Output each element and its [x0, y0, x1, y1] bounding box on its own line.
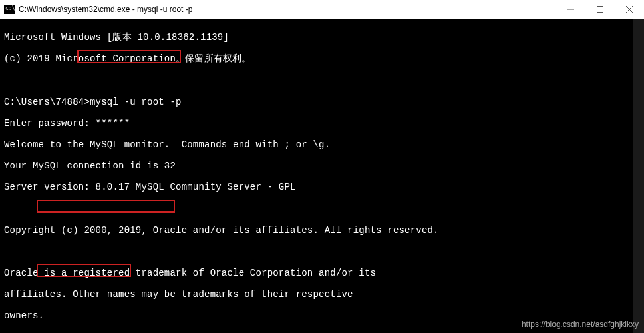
terminal-output[interactable]: Microsoft Windows [版本 10.0.18362.1139] (…	[0, 19, 644, 333]
window-title: C:\Windows\system32\cmd.exe - mysql -u r…	[19, 5, 192, 14]
close-button[interactable]	[615, 0, 644, 19]
cmd-icon	[4, 5, 15, 14]
output-line: (c) 2019 Microsoft Corporation。保留所有权利。	[4, 53, 640, 64]
output-line	[4, 204, 640, 214]
window-titlebar: C:\Windows\system32\cmd.exe - mysql -u r…	[0, 0, 644, 19]
maximize-button[interactable]	[585, 0, 615, 19]
output-line	[4, 246, 640, 257]
vertical-scrollbar[interactable]	[633, 19, 644, 333]
output-line: Your MySQL connection id is 32	[4, 161, 640, 171]
titlebar-left: C:\Windows\system32\cmd.exe - mysql -u r…	[4, 5, 192, 14]
output-line: Microsoft Windows [版本 10.0.18362.1139]	[4, 32, 640, 43]
svg-rect-1	[597, 7, 603, 13]
prompt-line: C:\Users\74884>mysql -u root -p	[4, 97, 640, 107]
output-line: Copyright (c) 2000, 2019, Oracle and/or …	[4, 225, 640, 236]
watermark-url: https://blog.csdn.net/asdfghjklkxy	[522, 320, 639, 329]
output-line: affiliates. Other names may be trademark…	[4, 289, 640, 300]
output-line: Oracle is a registered trademark of Orac…	[4, 268, 640, 278]
output-line	[4, 75, 640, 85]
output-line: Server version: 8.0.17 MySQL Community S…	[4, 182, 640, 192]
output-line: Welcome to the MySQL monitor. Commands e…	[4, 139, 640, 150]
output-line: Enter password: ******	[4, 118, 640, 129]
minimize-button[interactable]	[556, 0, 585, 19]
window-controls	[556, 0, 644, 19]
